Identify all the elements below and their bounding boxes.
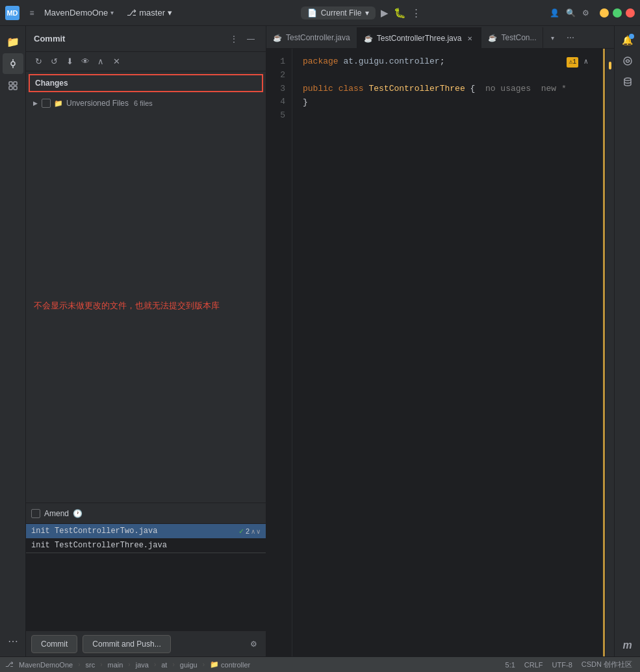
svg-point-8 bbox=[624, 78, 631, 81]
status-git-icon: ⎇ bbox=[5, 660, 14, 669]
branch-icon: ⎇ bbox=[127, 8, 136, 18]
changes-label: Changes bbox=[35, 79, 68, 88]
minimize-button[interactable]: — bbox=[600, 8, 609, 18]
commit-button[interactable]: Commit bbox=[31, 635, 77, 653]
unversioned-label: Unversioned Files bbox=[66, 99, 129, 108]
code-content[interactable]: package at.guigu.controller; ⚠1 ∧ public… bbox=[292, 49, 605, 656]
status-guigu[interactable]: guigu bbox=[177, 661, 200, 669]
tab-bar: ☕ TestController.java ☕ TestControllerTh… bbox=[266, 26, 614, 49]
tab-label-3: TestCon... bbox=[501, 33, 536, 42]
yellow-accent-bar bbox=[603, 49, 605, 656]
refresh-button[interactable]: ↻ bbox=[31, 55, 45, 69]
maven-icon[interactable]: m bbox=[622, 640, 632, 656]
titlebar: MD ≡ MavenDemoOne ▾ ⎇ master ▾ 📄 Current… bbox=[0, 0, 640, 26]
amend-checkbox[interactable] bbox=[31, 509, 40, 518]
close-button[interactable]: ✕ bbox=[626, 8, 635, 18]
status-java[interactable]: java bbox=[133, 661, 151, 669]
debug-button[interactable]: 🐛 bbox=[394, 7, 406, 19]
status-main[interactable]: main bbox=[105, 661, 126, 669]
commit-message-row-2[interactable]: init TestControllerThree.java bbox=[26, 538, 266, 553]
code-line-2 bbox=[303, 69, 595, 82]
notification-dot bbox=[629, 34, 634, 39]
commit-message-text-1: init TestControllerTwo.java bbox=[31, 527, 157, 536]
commit-message-text-2: init TestControllerThree.java bbox=[31, 541, 167, 550]
tab-test-controller-three[interactable]: ☕ TestControllerThree.java ✕ bbox=[357, 27, 482, 48]
line-num-3: 3 bbox=[266, 82, 285, 96]
tree-row-unversioned[interactable]: ▶ 📁 Unversioned Files 6 files bbox=[26, 96, 266, 110]
shelve-button[interactable]: ⬇ bbox=[62, 55, 77, 69]
clock-icon: 🕐 bbox=[73, 509, 83, 518]
sidebar-item-file-explorer[interactable]: 📁 bbox=[3, 31, 23, 52]
status-controller[interactable]: 📁 controller bbox=[207, 660, 253, 669]
breadcrumb-separator-3: › bbox=[128, 661, 130, 668]
svg-point-0 bbox=[11, 62, 15, 66]
notifications-icon[interactable]: 🔔 bbox=[619, 31, 637, 49]
commit-input-area[interactable] bbox=[26, 553, 266, 630]
sidebar-item-commit[interactable] bbox=[3, 53, 23, 74]
code-line-3: public class TestControllerThree { no us… bbox=[303, 82, 595, 96]
settings-icon[interactable]: ⚙ bbox=[246, 637, 261, 651]
svg-rect-5 bbox=[9, 86, 12, 90]
unversioned-count: 6 files bbox=[134, 99, 153, 107]
branch-selector[interactable]: ⎇ master ▾ bbox=[127, 8, 172, 18]
project-name[interactable]: MavenDemoOne ▾ bbox=[44, 8, 114, 18]
status-bar: ⎇ MavenDemoOne › src › main › java › at … bbox=[0, 656, 640, 672]
status-src[interactable]: src bbox=[83, 661, 98, 669]
commit-and-push-button[interactable]: Commit and Push... bbox=[83, 635, 170, 653]
code-line-4: } bbox=[303, 96, 595, 110]
move-up-button[interactable]: ∧ bbox=[94, 55, 108, 69]
no-usages-hint: no usages bbox=[485, 82, 531, 96]
breadcrumb-separator-6: › bbox=[203, 661, 205, 668]
notifications-icon-wrapper: 🔔 bbox=[619, 31, 637, 49]
project-dropdown-icon: ▾ bbox=[110, 9, 114, 16]
status-encoding[interactable]: UTF-8 bbox=[550, 661, 575, 669]
class-name: TestControllerThree bbox=[368, 82, 465, 96]
line-num-2: 2 bbox=[266, 69, 285, 82]
status-at[interactable]: at bbox=[159, 661, 170, 669]
annotation-text: 不会显示未做更改的文件，也就无法提交到版本库 bbox=[34, 300, 258, 312]
tab-overflow-button[interactable]: ▾ bbox=[543, 27, 561, 48]
line-numbers: 1 2 3 4 5 bbox=[266, 49, 292, 656]
tab-test-controller[interactable]: ☕ TestController.java bbox=[266, 27, 357, 48]
down-arrow-icon[interactable]: ∨ bbox=[256, 528, 261, 535]
run-config-dropdown-icon: ▾ bbox=[365, 8, 369, 18]
fold-arrow[interactable]: ∧ bbox=[583, 56, 588, 68]
sidebar-item-more[interactable]: ⋯ bbox=[3, 630, 23, 651]
settings-icon[interactable]: ⚙ bbox=[582, 8, 589, 18]
panel-options-button[interactable]: ⋮ bbox=[227, 32, 241, 46]
tab-test-con-overflow[interactable]: ☕ TestCon... bbox=[481, 27, 543, 48]
keyword-class: class bbox=[339, 82, 364, 96]
show-diff-button[interactable]: 👁 bbox=[78, 55, 92, 69]
status-csdn[interactable]: CSDN 创作社区 bbox=[579, 660, 635, 669]
tree-expand-icon[interactable]: ▶ bbox=[31, 99, 39, 107]
run-config-selector[interactable]: 📄 Current File ▾ bbox=[301, 6, 376, 19]
breadcrumb-separator-5: › bbox=[172, 661, 174, 668]
svg-rect-3 bbox=[9, 82, 12, 85]
run-button[interactable]: ▶ bbox=[381, 7, 389, 19]
unversioned-checkbox[interactable] bbox=[42, 99, 51, 108]
close-changes-button[interactable]: ✕ bbox=[109, 55, 123, 69]
check-icon: ✓ bbox=[238, 527, 244, 536]
java-file-icon-3: ☕ bbox=[488, 34, 497, 42]
status-right: 5:1 CRLF UTF-8 CSDN 创作社区 bbox=[503, 660, 635, 669]
profile-icon[interactable]: 👤 bbox=[550, 8, 559, 18]
status-project[interactable]: MavenDemoOne bbox=[16, 661, 75, 669]
up-arrow-icon[interactable]: ∧ bbox=[251, 528, 255, 535]
tab-more-button[interactable]: ⋯ bbox=[561, 27, 580, 48]
status-cursor[interactable]: 5:1 bbox=[503, 661, 518, 669]
tab-close-button-2[interactable]: ✕ bbox=[465, 34, 474, 43]
ai-assistant-icon[interactable] bbox=[619, 52, 637, 70]
status-crlf[interactable]: CRLF bbox=[522, 661, 546, 669]
maximize-button[interactable]: □ bbox=[613, 8, 622, 18]
hamburger-menu-icon[interactable]: ≡ bbox=[25, 6, 39, 20]
svg-rect-6 bbox=[14, 86, 17, 90]
commit-message-row-1[interactable]: init TestControllerTwo.java ✓ 2 ∧ ∨ bbox=[26, 524, 266, 538]
more-run-options[interactable]: ⋮ bbox=[411, 7, 421, 19]
sidebar-item-structure[interactable] bbox=[3, 75, 23, 96]
search-icon[interactable]: 🔍 bbox=[566, 8, 576, 18]
database-icon[interactable] bbox=[619, 73, 637, 91]
panel-minimize-button[interactable]: — bbox=[244, 32, 258, 46]
titlebar-center: 📄 Current File ▾ ▶ 🐛 ⋮ bbox=[177, 6, 544, 19]
rollback-button[interactable]: ↺ bbox=[47, 55, 61, 69]
tab-label-2: TestControllerThree.java bbox=[377, 34, 462, 43]
